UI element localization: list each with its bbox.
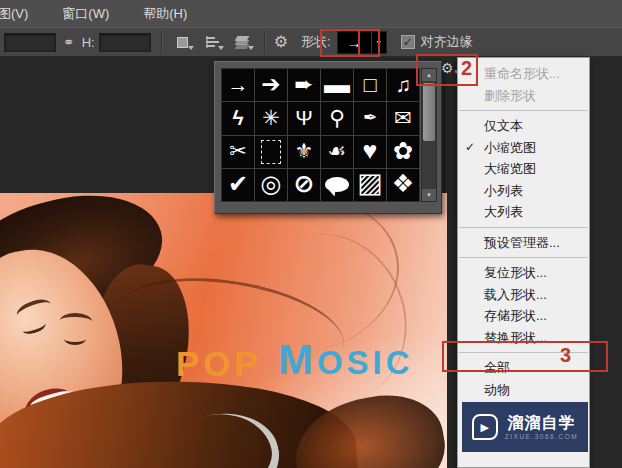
annotation-box-shape-dropdown bbox=[320, 29, 380, 57]
mosic-text: MOSIC bbox=[278, 339, 414, 381]
annotation-step-2: 2 bbox=[461, 57, 472, 80]
gear-icon[interactable]: ⚙ bbox=[274, 34, 288, 50]
menu-item-reset-shapes[interactable]: 复位形状... bbox=[458, 262, 589, 284]
menu-item-large-list[interactable]: 大列表 bbox=[458, 201, 589, 223]
pop-text: POP bbox=[176, 346, 262, 381]
shape-music-notes[interactable]: ♫ bbox=[387, 69, 419, 101]
shape-lightning[interactable]: ϟ bbox=[222, 102, 254, 134]
menu-separator bbox=[459, 257, 588, 258]
path-arrangement-button[interactable] bbox=[231, 32, 255, 52]
check-icon: ✓ bbox=[403, 36, 413, 48]
check-icon: ✓ bbox=[465, 137, 475, 159]
shape-diamond-checker[interactable]: ❖ bbox=[387, 169, 419, 201]
menu-item-large-thumbnail[interactable]: 大缩览图 bbox=[458, 158, 589, 180]
dashed-box-icon bbox=[261, 140, 281, 164]
shape-floral-ornament[interactable]: ☙ bbox=[321, 136, 353, 168]
width-input[interactable] bbox=[4, 33, 56, 52]
path-operations-icon bbox=[177, 37, 188, 48]
watermark: ▶ 溜溜自学 ZIXUE.3066.COM bbox=[462, 402, 588, 452]
menu-view[interactable]: 图(V) bbox=[0, 3, 32, 25]
watermark-url: ZIXUE.3066.COM bbox=[505, 433, 578, 440]
shape-light-bulb[interactable]: ⚲ bbox=[321, 102, 353, 134]
shape-envelope[interactable]: ✉ bbox=[387, 102, 419, 134]
shape-square-frame[interactable]: □ bbox=[354, 69, 386, 101]
shape-check-mark[interactable]: ✔ bbox=[222, 169, 254, 201]
shape-fleur-de-lis[interactable]: ⚜ bbox=[288, 136, 320, 168]
menu-item-load-shapes[interactable]: 载入形状... bbox=[458, 284, 589, 306]
options-toolbar: ⚭ H: ⚙ 形状: → ▾ ✓ 对齐边缘 bbox=[0, 27, 622, 57]
menu-help[interactable]: 帮助(H) bbox=[139, 3, 191, 25]
menu-item-small-thumbnail[interactable]: ✓小缩览图 bbox=[458, 137, 589, 159]
align-icon bbox=[206, 36, 219, 48]
shape-arrow-wide[interactable]: ➨ bbox=[288, 69, 320, 101]
canvas-title-text: POP MOSIC bbox=[176, 339, 414, 381]
align-edges-checkbox[interactable]: ✓ bbox=[401, 35, 415, 49]
shape-speech-bubble[interactable] bbox=[321, 169, 353, 201]
toolbar-divider bbox=[264, 31, 265, 53]
menu-item-text-only[interactable]: 仅文本 bbox=[458, 115, 589, 137]
shape-arrow-thin[interactable]: → bbox=[222, 69, 254, 101]
menu-window[interactable]: 窗口(W) bbox=[58, 3, 113, 25]
path-alignment-button[interactable] bbox=[201, 32, 225, 52]
panel-scrollbar[interactable]: ▲ ▼ bbox=[421, 68, 437, 202]
scroll-down-icon[interactable]: ▼ bbox=[422, 189, 436, 201]
shape-scissors[interactable]: ✂ bbox=[222, 136, 254, 168]
shape-push-pin[interactable]: ✒ bbox=[354, 102, 386, 134]
eye-graphic bbox=[64, 333, 86, 345]
menu-item-preset-manager[interactable]: 预设管理器... bbox=[458, 232, 589, 254]
link-dimensions-icon[interactable]: ⚭ bbox=[63, 35, 75, 49]
height-label: H: bbox=[82, 35, 95, 50]
shape-grid: → ➔ ➨ ▬ □ ♫ ϟ ✳ Ψ ⚲ ✒ ✉ ✂ ⚜ ☙ ♥ ✿ ✔ ◎ ⊘ … bbox=[221, 68, 420, 202]
menu-item-delete-shape: 删除形状 bbox=[458, 85, 589, 107]
photoshop-window: 图(V) 窗口(W) 帮助(H) ⚭ H: ⚙ 形状: → ▾ ✓ 对齐边缘 bbox=[0, 0, 622, 468]
shape-banner[interactable]: ▬ bbox=[321, 69, 353, 101]
annotation-box-all bbox=[442, 341, 608, 372]
arrange-icon bbox=[236, 36, 250, 48]
shape-diagonal-hatch[interactable]: ▨ bbox=[354, 169, 386, 201]
menu-item-save-shapes[interactable]: 存储形状... bbox=[458, 305, 589, 327]
shape-starburst[interactable]: ✳ bbox=[255, 102, 287, 134]
shape-heart[interactable]: ♥ bbox=[354, 136, 386, 168]
shape-dashed-box[interactable] bbox=[255, 136, 287, 168]
shape-no-symbol[interactable]: ⊘ bbox=[288, 169, 320, 201]
shape-picker-panel: → ➔ ➨ ▬ □ ♫ ϟ ✳ Ψ ⚲ ✒ ✉ ✂ ⚜ ☙ ♥ ✿ ✔ ◎ ⊘ … bbox=[214, 61, 442, 214]
align-edges-label: 对齐边缘 bbox=[421, 33, 473, 51]
path-operations-button[interactable] bbox=[171, 32, 195, 52]
toolbar-divider bbox=[161, 31, 162, 53]
shape-crosshair-target[interactable]: ◎ bbox=[255, 169, 287, 201]
menu-item-small-list[interactable]: 小列表 bbox=[458, 180, 589, 202]
shape-arrow-heavy[interactable]: ➔ bbox=[255, 69, 287, 101]
watermark-title: 溜溜自学 bbox=[507, 414, 575, 432]
annotation-step-3: 3 bbox=[560, 344, 571, 367]
menu-separator bbox=[459, 110, 588, 111]
menu-item-animals[interactable]: 动物 bbox=[458, 379, 589, 401]
menu-bar: 图(V) 窗口(W) 帮助(H) bbox=[0, 0, 622, 27]
play-icon: ▶ bbox=[472, 414, 498, 440]
speech-bubble-icon bbox=[325, 177, 349, 192]
menu-separator bbox=[459, 227, 588, 228]
shape-grass[interactable]: Ψ bbox=[288, 102, 320, 134]
shape-splat-flower[interactable]: ✿ bbox=[387, 136, 419, 168]
height-input[interactable] bbox=[99, 33, 151, 52]
hair-curls-graphic bbox=[287, 386, 447, 468]
scrollbar-thumb[interactable] bbox=[423, 83, 435, 141]
document-canvas[interactable]: POP MOSIC bbox=[0, 193, 447, 468]
